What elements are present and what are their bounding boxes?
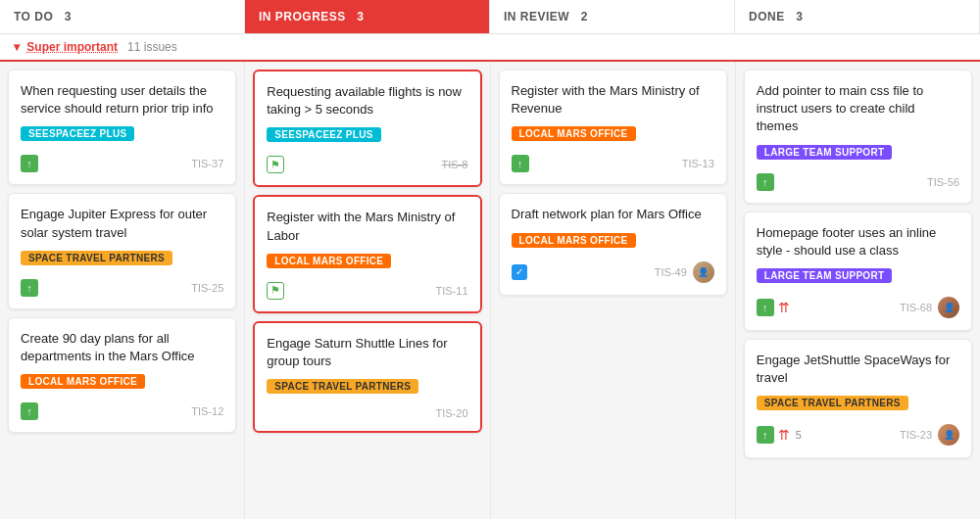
card-tis-49[interactable]: Draft network plan for Mars Office LOCAL… <box>499 193 727 295</box>
column-header-done: DONE 3 <box>735 0 980 33</box>
badge-tis-49: LOCAL MARS OFFICE <box>512 233 636 248</box>
card-footer-left-tis-8: ⚑ <box>267 156 284 173</box>
vote-count-tis-23: 5 <box>796 429 802 441</box>
card-footer-tis-12: ↑ TIS-12 <box>21 402 223 420</box>
card-title-tis-56: Add pointer to main css file to instruct… <box>757 82 959 136</box>
ticket-id-tis-37: TIS-37 <box>191 158 223 169</box>
card-title-tis-20: Engage Saturn Shuttle Lines for group to… <box>267 335 467 370</box>
priority-up-icon-tis-25: ↑ <box>21 279 38 297</box>
badge-tis-25: SPACE TRAVEL PARTNERS <box>21 251 172 265</box>
priority-double-icon-tis-23: ⇈ <box>778 427 790 443</box>
priority-up-icon-tis-37: ↑ <box>21 155 38 172</box>
ticket-id-tis-8: TIS-8 <box>442 159 468 170</box>
badge-tis-20: SPACE TRAVEL PARTNERS <box>267 379 418 394</box>
badge-tis-11: LOCAL MARS OFFICE <box>267 254 391 268</box>
card-footer-tis-37: ↑ TIS-37 <box>21 155 223 172</box>
column-label-done: DONE 3 <box>749 10 803 24</box>
ticket-id-tis-20: TIS-20 <box>435 407 467 419</box>
card-title-tis-25: Engage Jupiter Express for outer solar s… <box>21 206 223 241</box>
ticket-id-tis-56: TIS-56 <box>927 176 959 188</box>
ticket-id-tis-49: TIS-49 <box>655 266 687 278</box>
card-title-tis-49: Draft network plan for Mars Office <box>512 206 714 223</box>
card-tis-8[interactable]: Requesting available flights is now taki… <box>253 70 481 187</box>
priority-up-icon-tis-23: ↑ <box>757 426 774 444</box>
column-in-progress: Requesting available flights is now taki… <box>245 62 490 519</box>
ticket-id-tis-12: TIS-12 <box>191 405 223 417</box>
card-footer-tis-8: ⚑ TIS-8 <box>267 156 467 173</box>
ticket-id-tis-68: TIS-68 <box>900 302 932 313</box>
card-title-tis-68: Homepage footer uses an inline style - s… <box>757 224 959 260</box>
priority-up-icon-tis-68: ↑ <box>757 299 774 316</box>
column-label-in-progress: IN PROGRESS 3 <box>259 10 365 24</box>
card-footer-left-tis-37: ↑ <box>21 155 38 172</box>
priority-up-icon-tis-12: ↑ <box>21 402 38 420</box>
column-label-in-review: IN REVIEW 2 <box>504 10 588 24</box>
card-footer-left-tis-25: ↑ <box>21 279 38 297</box>
card-footer-left-tis-13: ↑ <box>512 155 529 172</box>
avatar-tis-49: 👤 <box>693 261 714 283</box>
checkbox-icon-tis-49: ✓ <box>512 264 527 280</box>
column-header-todo: TO DO 3 <box>0 0 245 33</box>
badge-tis-8: SEESPACEEZ PLUS <box>267 127 380 142</box>
board-header: TO DO 3 IN PROGRESS 3 IN REVIEW 2 DONE 3 <box>0 0 980 34</box>
card-tis-37[interactable]: When requesting user details the service… <box>8 70 236 185</box>
card-footer-left-tis-12: ↑ <box>21 402 38 420</box>
board: TO DO 3 IN PROGRESS 3 IN REVIEW 2 DONE 3… <box>0 0 980 519</box>
badge-tis-13: LOCAL MARS OFFICE <box>512 126 636 141</box>
group-label-row: ▾ Super important 11 issues <box>0 34 980 62</box>
card-title-tis-13: Register with the Mars Ministry of Reven… <box>512 82 714 118</box>
ticket-id-tis-25: TIS-25 <box>191 282 223 294</box>
badge-tis-37: SEESPACEEZ PLUS <box>21 126 134 141</box>
card-title-tis-11: Register with the Mars Ministry of Labor <box>267 209 467 244</box>
card-tis-13[interactable]: Register with the Mars Ministry of Reven… <box>499 70 727 185</box>
card-footer-tis-23: ↑ ⇈ 5 TIS-23 👤 <box>757 424 959 446</box>
ticket-id-tis-11: TIS-11 <box>435 285 467 297</box>
badge-tis-23: SPACE TRAVEL PARTNERS <box>757 396 908 410</box>
card-footer-left-tis-49: ✓ <box>512 264 527 280</box>
card-footer-tis-20: TIS-20 <box>267 407 467 419</box>
card-title-tis-8: Requesting available flights is now taki… <box>267 83 467 118</box>
card-footer-left-tis-68: ↑ ⇈ <box>757 299 790 316</box>
card-tis-56[interactable]: Add pointer to main css file to instruct… <box>744 70 972 204</box>
card-footer-tis-56: ↑ TIS-56 <box>757 173 959 191</box>
badge-tis-68: LARGE TEAM SUPPORT <box>757 268 893 283</box>
card-tis-23[interactable]: Engage JetShuttle SpaceWays for travel S… <box>744 339 972 458</box>
card-footer-tis-25: ↑ TIS-25 <box>21 279 223 297</box>
column-in-review: Register with the Mars Ministry of Reven… <box>491 62 736 519</box>
card-tis-12[interactable]: Create 90 day plans for all departments … <box>8 317 236 433</box>
priority-up-icon-tis-56: ↑ <box>757 173 774 191</box>
group-issue-count: 11 issues <box>121 40 176 54</box>
column-label-todo: TO DO 3 <box>14 10 72 24</box>
card-footer-left-tis-11: ⚑ <box>267 282 284 300</box>
card-footer-tis-13: ↑ TIS-13 <box>512 155 714 172</box>
ticket-id-tis-23: TIS-23 <box>900 429 932 441</box>
column-header-in-progress: IN PROGRESS 3 <box>245 0 490 33</box>
card-title-tis-37: When requesting user details the service… <box>21 82 223 118</box>
card-tis-11[interactable]: Register with the Mars Ministry of Labor… <box>253 195 481 312</box>
column-done: Add pointer to main css file to instruct… <box>736 62 980 519</box>
card-tis-20[interactable]: Engage Saturn Shuttle Lines for group to… <box>253 321 481 433</box>
priority-up-icon-tis-13: ↑ <box>512 155 529 172</box>
card-tis-68[interactable]: Homepage footer uses an inline style - s… <box>744 212 972 331</box>
card-footer-left-tis-23: ↑ ⇈ 5 <box>757 426 802 444</box>
card-footer-tis-49: ✓ TIS-49 👤 <box>512 261 714 283</box>
badge-tis-56: LARGE TEAM SUPPORT <box>757 145 893 160</box>
avatar-tis-23: 👤 <box>938 424 959 446</box>
ticket-id-tis-13: TIS-13 <box>682 158 714 169</box>
badge-tis-12: LOCAL MARS OFFICE <box>21 374 145 389</box>
column-header-in-review: IN REVIEW 2 <box>490 0 735 33</box>
group-chevron-icon[interactable]: ▾ <box>14 40 20 54</box>
group-label-text: Super important <box>26 40 118 54</box>
column-todo: When requesting user details the service… <box>0 62 245 519</box>
flag-icon-tis-8: ⚑ <box>267 156 284 173</box>
card-title-tis-12: Create 90 day plans for all departments … <box>21 330 223 365</box>
avatar-tis-68: 👤 <box>938 297 959 318</box>
card-footer-left-tis-56: ↑ <box>757 173 774 191</box>
card-footer-tis-11: ⚑ TIS-11 <box>267 282 467 300</box>
board-body: When requesting user details the service… <box>0 62 980 519</box>
flag-icon-tis-11: ⚑ <box>267 282 284 300</box>
card-title-tis-23: Engage JetShuttle SpaceWays for travel <box>757 352 959 387</box>
card-footer-tis-68: ↑ ⇈ TIS-68 👤 <box>757 297 959 318</box>
card-tis-25[interactable]: Engage Jupiter Express for outer solar s… <box>8 193 236 308</box>
priority-double-icon-tis-68: ⇈ <box>778 300 790 315</box>
